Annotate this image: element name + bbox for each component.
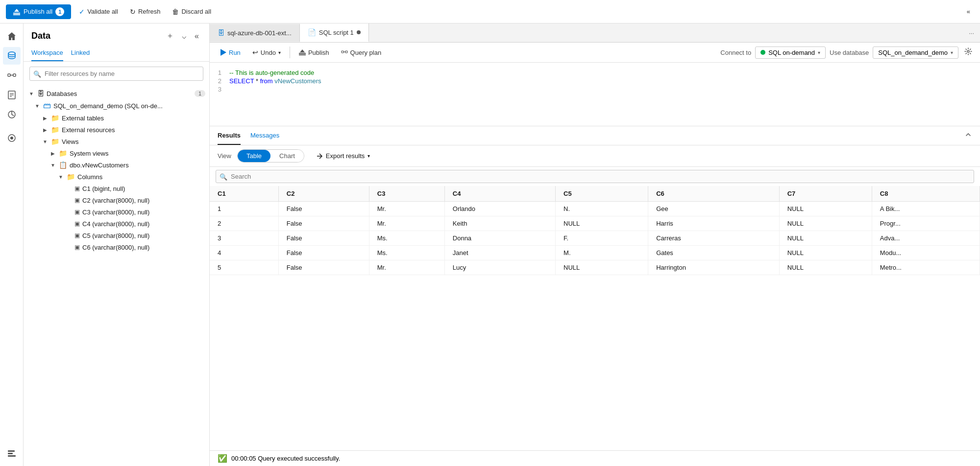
tabs-bar: 🗄 sql-azure-db-001-ext... 📄 SQL script 1… bbox=[210, 23, 980, 43]
cell-r4-c8: Modu... bbox=[872, 246, 980, 260]
col-header-c6: C6 bbox=[648, 186, 780, 202]
results-tabs-bar: Results Messages bbox=[210, 126, 980, 145]
manage-icon bbox=[7, 448, 17, 458]
connect-to-dropdown[interactable]: SQL on-demand ▾ bbox=[755, 47, 826, 59]
results-table-wrapper[interactable]: C1 C2 C3 C4 C5 C6 C7 C8 1FalseMr.Orlando… bbox=[210, 186, 980, 450]
cell-r4-c2: False bbox=[278, 246, 369, 260]
settings-button[interactable] bbox=[962, 46, 974, 59]
tree-item-views[interactable]: ▼ 📁 Views bbox=[24, 136, 209, 147]
cell-r2-c1: 2 bbox=[210, 216, 278, 231]
results-search-wrapper: 🔍 bbox=[210, 167, 980, 186]
sidebar-collapse-button[interactable]: « bbox=[192, 30, 201, 42]
expand-ext-tables-icon: ▶ bbox=[41, 114, 49, 122]
left-nav bbox=[0, 23, 24, 466]
tab-sql-script-1[interactable]: 📄 SQL script 1 bbox=[300, 23, 369, 42]
sidebar-item-develop[interactable] bbox=[3, 86, 21, 104]
c6-label: C6 (varchar(8000), null) bbox=[82, 244, 149, 251]
export-chevron-icon: ▾ bbox=[368, 153, 370, 159]
expand-sys-views-icon: ▶ bbox=[49, 149, 57, 157]
refresh-button[interactable]: ↻ Refresh bbox=[126, 6, 165, 18]
tree-item-dbo-vnewcustomers[interactable]: ▼ 📋 dbo.vNewCustomers bbox=[24, 159, 209, 171]
results-search-input[interactable] bbox=[216, 170, 974, 183]
query-plan-button[interactable]: Query plan bbox=[336, 47, 387, 59]
publish-all-button[interactable]: Publish all 1 bbox=[6, 4, 71, 19]
code-editor[interactable]: 1 -- This is auto-generated code 2 SELEC… bbox=[210, 63, 980, 126]
tree-item-sql-on-demand[interactable]: ▼ 🗃 SQL_on_demand_demo (SQL on-de... bbox=[24, 99, 209, 112]
expand-views-icon: ▼ bbox=[41, 138, 49, 145]
run-icon bbox=[220, 49, 226, 56]
refresh-label: Refresh bbox=[138, 8, 161, 15]
tree-item-c1[interactable]: ▶ ▣ C1 (bigint, null) bbox=[24, 183, 209, 194]
c1-label: C1 (bigint, null) bbox=[82, 185, 125, 192]
sql-script-tab-icon: 📄 bbox=[308, 28, 316, 36]
cell-r2-c4: Keith bbox=[444, 216, 555, 231]
publish-all-label: Publish all bbox=[24, 8, 52, 15]
publish-button[interactable]: Publish bbox=[294, 47, 334, 59]
tab-linked[interactable]: Linked bbox=[71, 45, 90, 61]
tree-item-c3[interactable]: ▶ ▣ C3 (varchar(8000), null) bbox=[24, 206, 209, 218]
top-toolbar: Publish all 1 ✓ Validate all ↻ Refresh 🗑… bbox=[0, 0, 980, 23]
c2-label: C2 (varchar(8000), null) bbox=[82, 197, 149, 204]
collapse-icon bbox=[964, 131, 972, 139]
collapse-right-button[interactable]: « bbox=[963, 6, 974, 17]
cell-r3-c8: Adva... bbox=[872, 231, 980, 246]
folder-icon: 📁 bbox=[51, 114, 59, 122]
publish-icon bbox=[299, 49, 306, 56]
sidebar-item-data[interactable] bbox=[3, 47, 21, 65]
undo-button[interactable]: ↩ Undo ▾ bbox=[247, 46, 286, 59]
results-tab-results[interactable]: Results bbox=[218, 126, 241, 145]
tree-item-c5[interactable]: ▶ ▣ C5 (varchar(8000), null) bbox=[24, 230, 209, 241]
table-row: 1FalseMr.OrlandoN.GeeNULLA Bik... bbox=[210, 202, 980, 216]
chart-view-button[interactable]: Chart bbox=[270, 150, 304, 162]
tree-item-system-views[interactable]: ▶ 📁 System views bbox=[24, 147, 209, 159]
cell-r1-c6: Gee bbox=[648, 202, 780, 216]
search-icon: 🔍 bbox=[33, 70, 41, 77]
export-results-button[interactable]: Export results ▾ bbox=[316, 152, 370, 160]
c4-label: C4 (varchar(8000), null) bbox=[82, 220, 149, 228]
cell-r5-c4: Lucy bbox=[444, 260, 555, 275]
tabs-more-button[interactable]: ··· bbox=[963, 25, 980, 41]
sidebar-search-input[interactable] bbox=[29, 67, 203, 81]
sidebar-filter-button[interactable]: ⌵ bbox=[179, 30, 189, 42]
sidebar-item-manage[interactable] bbox=[3, 444, 21, 462]
system-views-label: System views bbox=[70, 150, 108, 157]
refresh-icon: ↻ bbox=[130, 8, 136, 16]
sidebar-add-button[interactable]: ＋ bbox=[164, 29, 176, 43]
use-db-chevron-icon: ▾ bbox=[951, 50, 953, 55]
cell-r5-c6: Harrington bbox=[648, 260, 780, 275]
tree-item-c2[interactable]: ▶ ▣ C2 (varchar(8000), null) bbox=[24, 194, 209, 206]
cell-r4-c5: M. bbox=[556, 246, 648, 260]
tree-item-c6[interactable]: ▶ ▣ C6 (varchar(8000), null) bbox=[24, 241, 209, 253]
sidebar-item-home[interactable] bbox=[3, 27, 21, 45]
tab-workspace[interactable]: Workspace bbox=[31, 45, 63, 61]
results-tab-messages[interactable]: Messages bbox=[250, 126, 279, 145]
use-database-dropdown[interactable]: SQL_on_demand_demo ▾ bbox=[873, 47, 958, 59]
tree-item-c4[interactable]: ▶ ▣ C4 (varchar(8000), null) bbox=[24, 218, 209, 230]
sidebar-item-monitor[interactable] bbox=[3, 129, 21, 147]
validate-all-button[interactable]: ✓ Validate all bbox=[75, 6, 122, 18]
tree-item-external-resources[interactable]: ▶ 📁 External resources bbox=[24, 124, 209, 136]
develop-icon bbox=[7, 90, 17, 100]
table-view-button[interactable]: Table bbox=[238, 150, 270, 162]
undo-icon: ↩ bbox=[252, 48, 258, 56]
tab-sql-azure[interactable]: 🗄 sql-azure-db-001-ext... bbox=[210, 24, 300, 42]
folder-icon-5: 📁 bbox=[67, 173, 75, 181]
tree-item-columns[interactable]: ▼ 📁 Columns bbox=[24, 171, 209, 183]
sidebar-item-integrate[interactable] bbox=[3, 106, 21, 123]
run-button[interactable]: Run bbox=[216, 47, 245, 59]
results-area: Results Messages View Table bbox=[210, 126, 980, 466]
column-icon-c1: ▣ bbox=[74, 185, 80, 192]
svg-rect-21 bbox=[342, 51, 343, 53]
expand-databases-icon: ▼ bbox=[27, 90, 35, 97]
connect-to-value: SQL on-demand bbox=[768, 49, 815, 56]
sidebar-panel: Data ＋ ⌵ « Workspace Linked 🔍 ▼ 🗄 Databa… bbox=[24, 23, 210, 466]
discard-all-button[interactable]: 🗑 Discard all bbox=[168, 6, 215, 18]
tree-item-databases[interactable]: ▼ 🗄 Databases 1 bbox=[24, 88, 209, 99]
tree-item-external-tables[interactable]: ▶ 📁 External tables bbox=[24, 112, 209, 124]
cell-r1-c7: NULL bbox=[779, 202, 872, 216]
cell-r1-c8: A Bik... bbox=[872, 202, 980, 216]
cell-r3-c3: Ms. bbox=[369, 231, 444, 246]
results-collapse-button[interactable] bbox=[964, 131, 972, 140]
sidebar-item-pipeline[interactable] bbox=[3, 67, 21, 84]
validate-all-label: Validate all bbox=[87, 8, 118, 15]
